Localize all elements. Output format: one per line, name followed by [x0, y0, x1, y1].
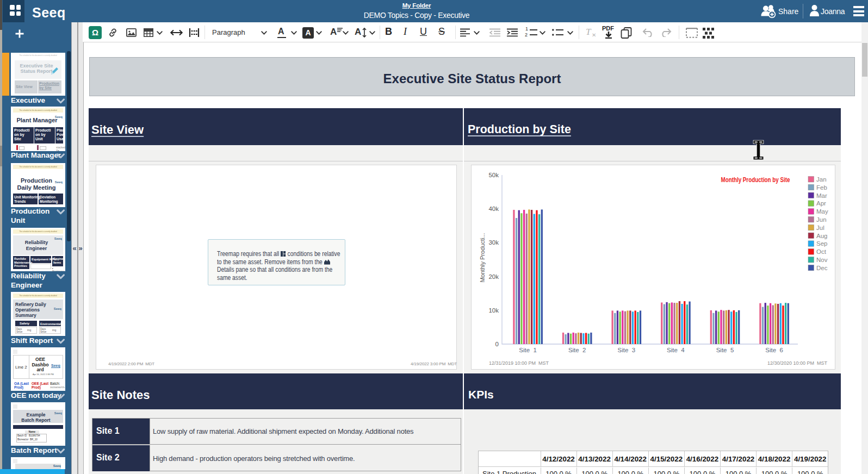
svg-text:Aug: Aug [816, 233, 827, 239]
svg-text:Dec: Dec [816, 265, 828, 271]
svg-text:20k: 20k [488, 273, 499, 280]
svg-text:Mar: Mar [816, 192, 827, 199]
svg-text:30k: 30k [488, 239, 499, 246]
svg-text:50k: 50k [488, 172, 499, 178]
svg-text:Feb: Feb [816, 184, 827, 191]
svg-text:Apr: Apr [816, 200, 826, 207]
svg-text:Site 6: Site 6 [765, 347, 783, 353]
svg-text:Site 5: Site 5 [716, 347, 734, 353]
svg-text:0: 0 [495, 341, 499, 347]
svg-text:Jan: Jan [816, 176, 827, 183]
svg-text:Site 2: Site 2 [568, 347, 586, 353]
svg-text:10k: 10k [488, 307, 499, 314]
svg-text:Nov: Nov [816, 257, 828, 263]
svg-text:Site 1: Site 1 [519, 347, 537, 353]
svg-text:Oct: Oct [816, 248, 827, 255]
svg-text:Site 3: Site 3 [617, 347, 635, 353]
svg-text:Site 4: Site 4 [667, 347, 685, 353]
svg-text:May: May [816, 208, 828, 215]
svg-text:Monthly Producti...: Monthly Producti... [479, 233, 486, 282]
svg-text:Monthly Production by Site: Monthly Production by Site [721, 176, 790, 184]
svg-text:Sep: Sep [816, 240, 827, 247]
svg-text:40k: 40k [488, 205, 499, 212]
svg-text:Jun: Jun [816, 216, 827, 223]
svg-text:Jul: Jul [816, 224, 824, 231]
